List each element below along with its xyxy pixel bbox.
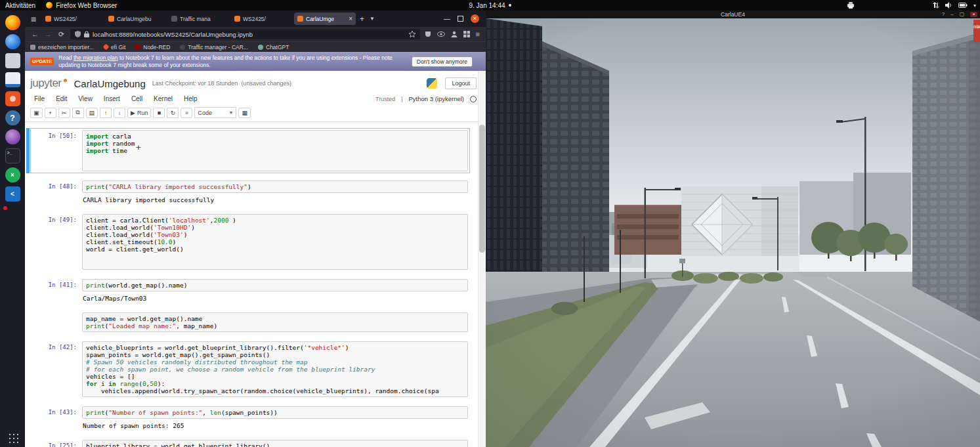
dock-item-vscode-icon[interactable] [2, 184, 23, 203]
reader-eye-icon[interactable] [437, 32, 445, 37]
minimize-button[interactable]: — [444, 17, 450, 21]
menu-cell[interactable]: Cell [131, 95, 142, 102]
back-button[interactable]: ← [31, 30, 39, 38]
tab-close-icon[interactable]: × [349, 15, 352, 22]
show-applications-icon[interactable] [7, 432, 18, 443]
notebook-cell[interactable]: In [42]:vehicle_blueprints = world.get_b… [30, 339, 470, 399]
dock-item-writer-icon[interactable] [2, 70, 23, 89]
move-cell-up-button[interactable]: ↑ [100, 108, 112, 118]
carla-titlebar[interactable]: CarlaUE4 ?–▢× [486, 11, 980, 18]
close-button[interactable]: × [471, 14, 479, 23]
bookmark-item[interactable]: ChatGPT [258, 44, 289, 51]
restart-kernel-button[interactable]: ↻ [167, 108, 179, 118]
extensions-icon[interactable] [463, 31, 470, 37]
dock-item-terminal-icon[interactable] [2, 146, 23, 165]
command-palette-button[interactable]: ▦ [238, 108, 251, 118]
paste-cell-button[interactable]: ▤ [86, 108, 98, 118]
lock-icon[interactable] [84, 31, 89, 37]
reload-button[interactable]: ⟳ [57, 30, 66, 39]
notebook-cell[interactable]: In [49]:client = carla.Client('localhost… [30, 212, 470, 272]
browser-tab[interactable]: WS2425/ [231, 12, 293, 25]
close-button[interactable]: × [970, 12, 977, 17]
minimize-button[interactable]: – [950, 12, 953, 17]
bookmark-star-icon[interactable] [409, 31, 415, 37]
url-bar[interactable]: localhost:8889/notebooks/WS2425/CarlaUmg… [70, 29, 420, 39]
notebook-cell[interactable]: In [43]:print("Number of spawn points:",… [30, 404, 470, 433]
browser-tab[interactable]: CarlaUmgebu [105, 12, 167, 25]
firefox-view-icon[interactable]: ▦ [28, 14, 39, 24]
code-input-area[interactable]: vehicle_blueprints = world.get_blueprint… [82, 341, 468, 397]
dock-item-green-app-icon[interactable] [2, 165, 23, 184]
edge-window-strip[interactable]: nda [973, 20, 980, 42]
notebook-cell[interactable]: In [48]:print("CARLA library imported su… [30, 179, 470, 207]
carla-3d-viewport[interactable] [486, 18, 980, 447]
browser-tab[interactable]: WS2425/ [42, 12, 104, 25]
browser-tab[interactable]: CarlaUmge× [294, 12, 356, 25]
volume-icon[interactable] [945, 2, 952, 9]
activities-button[interactable]: Aktivitäten [5, 2, 35, 9]
logout-button[interactable]: Logout [445, 77, 477, 89]
save-button[interactable]: ▣ [30, 108, 43, 118]
notebook-cell[interactable]: map_name = world.get_map().nameprint("Lo… [30, 310, 470, 334]
list-tabs-icon[interactable]: ▼ [370, 16, 375, 22]
new-tab-button[interactable]: + [360, 14, 364, 24]
network-icon[interactable] [933, 2, 939, 9]
menu-edit[interactable]: Edit [56, 95, 67, 102]
browser-tab[interactable]: Traffic mana [168, 12, 230, 25]
kernel-name[interactable]: Python 3 (ipykernel) [409, 95, 464, 102]
menu-insert[interactable]: Insert [104, 95, 120, 102]
notebook-cell[interactable]: In [50]:import carlaimport randomimport … [30, 128, 470, 173]
code-input-area[interactable]: print("Number of spawn points:", len(spa… [82, 406, 468, 419]
notebook-title[interactable]: CarlaUmgebung [74, 78, 146, 89]
interrupt-kernel-button[interactable]: ■ [153, 108, 165, 118]
code-input-area[interactable]: map_name = world.get_map().nameprint("Lo… [82, 312, 468, 332]
code-input-area[interactable]: client = carla.Client('localhost',2000 )… [82, 214, 468, 270]
dismiss-notification-button[interactable]: Don't show anymore [412, 56, 473, 67]
dock-item-settings-icon[interactable] [2, 127, 23, 146]
code-input-area[interactable]: print("CARLA library imported successful… [82, 181, 468, 193]
code-input-area[interactable]: blueprint_library = world.get_blueprint_… [82, 440, 468, 447]
maximize-button[interactable] [458, 16, 463, 22]
bookmark-item[interactable]: Traffic manager - CAR... [180, 44, 248, 51]
maximize-button[interactable]: ▢ [960, 12, 965, 17]
battery-icon[interactable] [958, 3, 968, 8]
account-icon[interactable] [451, 31, 458, 37]
move-cell-down-button[interactable]: ↓ [114, 108, 125, 118]
menu-help[interactable]: Help [184, 95, 198, 102]
code-line: client.load_world('Town03') [86, 231, 464, 238]
clock-button[interactable]: 9. Jan 14:44 [469, 0, 511, 11]
restart-run-all-button[interactable]: » [181, 108, 192, 118]
system-menu-caret-icon[interactable]: ▾ [973, 3, 976, 9]
cut-cell-button[interactable]: ✂ [58, 108, 70, 118]
notebook-cell[interactable]: In [25]:blueprint_library = world.get_bl… [30, 438, 470, 447]
bookmark-label: efi Git [111, 44, 125, 51]
cell-type-select[interactable]: Code▼ [194, 107, 236, 118]
dock-item-blue-browser-icon[interactable] [2, 32, 23, 51]
bookmark-item[interactable]: esezeichen importier... [30, 44, 94, 51]
menu-icon[interactable]: ≡ [476, 30, 480, 38]
help-button[interactable]: ? [942, 12, 945, 17]
copy-cell-button[interactable]: ⧉ [72, 108, 84, 118]
jupyter-logo[interactable]: jupyter [30, 77, 68, 90]
menu-view[interactable]: View [78, 95, 93, 102]
app-menu-button[interactable]: Firefox Web Browser [46, 2, 117, 9]
bookmark-item[interactable]: efi Git [104, 44, 125, 51]
scrollbar[interactable] [478, 71, 486, 447]
scrollbar-thumb[interactable] [479, 125, 485, 253]
dock-item-firefox-icon[interactable] [2, 13, 23, 32]
migration-plan-link[interactable]: the migration plan [74, 54, 118, 61]
menu-kernel[interactable]: Kernel [154, 95, 173, 102]
run-button[interactable]: ▶Run [127, 108, 151, 118]
notebook-cell[interactable]: In [41]:print(world.get_map().name)Carla… [30, 277, 470, 305]
printer-icon[interactable] [847, 2, 855, 9]
pocket-save-icon[interactable] [425, 31, 431, 37]
dock-item-ubuntu-software-icon[interactable] [2, 89, 23, 108]
dock-item-help-icon[interactable] [2, 108, 23, 127]
code-input-area[interactable]: print(world.get_map().name) [82, 279, 468, 291]
menu-file[interactable]: File [34, 95, 45, 102]
add-cell-button[interactable]: + [45, 108, 56, 118]
forward-button[interactable]: → [44, 30, 53, 38]
dock-item-files-icon[interactable] [2, 51, 23, 70]
bookmark-item[interactable]: Node-RED [135, 44, 170, 51]
shield-icon[interactable] [75, 31, 81, 37]
